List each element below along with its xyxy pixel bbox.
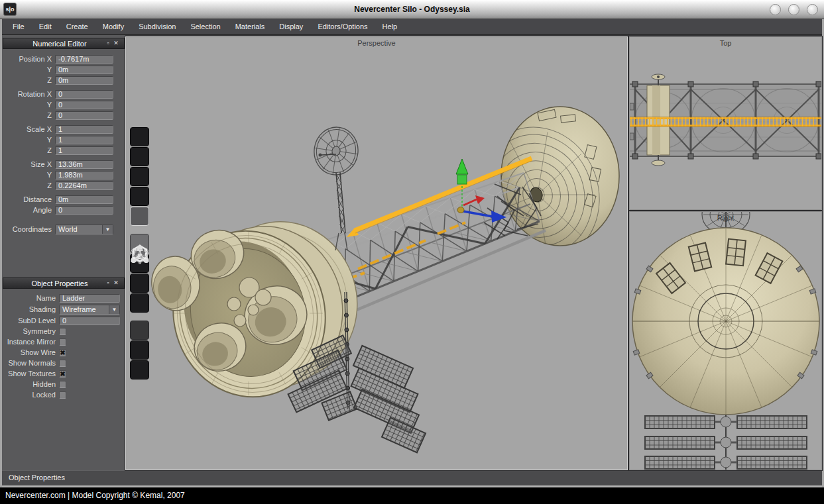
numerical-input-z-11[interactable] bbox=[55, 181, 113, 190]
numerical-editor-title: Numerical Editor bbox=[15, 40, 104, 48]
numerical-row-6: Scale X bbox=[2, 124, 125, 134]
symmetry-checkbox[interactable] bbox=[59, 328, 66, 335]
menu-item-edit[interactable]: Edit bbox=[32, 19, 59, 34]
panel-close-icon[interactable]: ✕ bbox=[112, 38, 120, 48]
window-button-close[interactable] bbox=[807, 4, 818, 15]
lasso-select-icon bbox=[130, 127, 150, 380]
show-normals-checkbox[interactable] bbox=[59, 360, 66, 367]
gizmo-z-axis[interactable] bbox=[463, 211, 493, 217]
window-button-maximize[interactable] bbox=[788, 4, 799, 15]
numerical-input-angle-13[interactable] bbox=[55, 206, 113, 215]
menu-item-materials[interactable]: Materials bbox=[228, 19, 272, 34]
manipulator-gizmo[interactable] bbox=[456, 159, 506, 223]
numerical-input-z-5[interactable] bbox=[55, 111, 113, 120]
numerical-input-rotation-x-3[interactable] bbox=[55, 90, 113, 99]
panel-minimize-icon[interactable]: ▫ bbox=[104, 38, 112, 48]
numerical-input-y-10[interactable] bbox=[55, 171, 113, 179]
numerical-row-0: Position X bbox=[2, 54, 125, 64]
show-textures-label: Show Textures bbox=[2, 370, 59, 378]
show-wire-row: Show Wire✖ bbox=[2, 347, 125, 358]
show-wire-label: Show Wire bbox=[2, 348, 59, 356]
numerical-label-size-x-9: Size X bbox=[2, 160, 55, 168]
right-viewport[interactable]: Right bbox=[629, 211, 822, 470]
command-sphere bbox=[459, 107, 619, 278]
coordinates-row: Coordinates World ▼ bbox=[2, 223, 125, 235]
window-button-minimize[interactable] bbox=[770, 4, 781, 15]
menu-item-selection[interactable]: Selection bbox=[183, 19, 227, 34]
lasso-select-button[interactable] bbox=[130, 360, 149, 379]
object-properties-title: Object Properties bbox=[15, 279, 104, 287]
numerical-row-13: Angle bbox=[2, 205, 125, 215]
panel-close-icon[interactable]: ✕ bbox=[112, 278, 120, 288]
numerical-label-z-8: Z bbox=[2, 146, 55, 154]
show-textures-checkbox[interactable]: ✖ bbox=[59, 370, 66, 378]
numerical-input-y-1[interactable] bbox=[55, 66, 113, 74]
name-row: Name bbox=[2, 293, 125, 303]
panel-minimize-icon[interactable]: ▫ bbox=[104, 278, 112, 288]
viewport-toolbar bbox=[130, 127, 150, 380]
instance-mirror-checkbox[interactable] bbox=[59, 338, 66, 346]
chevron-down-icon[interactable]: ▼ bbox=[102, 225, 113, 234]
numerical-input-y-7[interactable] bbox=[55, 136, 113, 144]
gizmo-y-arrow[interactable] bbox=[456, 159, 468, 174]
gizmo-y-handle[interactable] bbox=[457, 175, 467, 184]
coordinates-dropdown[interactable]: World ▼ bbox=[55, 225, 113, 234]
show-textures-row: Show Textures✖ bbox=[2, 368, 125, 379]
numerical-editor-panel: □ Numerical Editor ▫ ✕ Position XYZRotat… bbox=[2, 38, 125, 235]
numerical-row-10: Y bbox=[2, 170, 125, 180]
show-normals-label: Show Normals bbox=[2, 359, 59, 367]
menu-item-file[interactable]: File bbox=[5, 19, 32, 34]
silo-app-window: s|o Nevercenter Silo - Odyssey.sia FileE… bbox=[0, 0, 824, 504]
viewport-area: Perspective bbox=[125, 35, 822, 470]
shading-row: Shading Wireframe ▼ bbox=[2, 303, 125, 315]
menu-item-modify[interactable]: Modify bbox=[95, 19, 131, 34]
window-controls bbox=[770, 4, 818, 15]
chevron-down-icon[interactable]: ▼ bbox=[109, 305, 119, 314]
menu-item-help[interactable]: Help bbox=[375, 19, 405, 34]
object-properties-panel: □ Object Properties ▫ ✕ Name Shading Wir… bbox=[2, 277, 125, 400]
numerical-input-position-x-0[interactable] bbox=[55, 55, 113, 64]
numerical-row-11: Z bbox=[2, 180, 125, 191]
symmetry-row: Symmetry bbox=[2, 326, 125, 336]
name-label: Name bbox=[2, 294, 59, 302]
right-scene bbox=[630, 212, 821, 470]
subd-level-input[interactable] bbox=[59, 317, 120, 325]
symmetry-label: Symmetry bbox=[2, 327, 59, 335]
locked-checkbox[interactable] bbox=[59, 391, 66, 399]
numerical-label-y-4: Y bbox=[2, 101, 55, 109]
shading-label: Shading bbox=[2, 305, 59, 313]
numerical-label-z-2: Z bbox=[2, 76, 55, 84]
shading-dropdown[interactable]: Wireframe ▼ bbox=[59, 305, 120, 315]
hidden-checkbox[interactable] bbox=[59, 381, 66, 388]
numerical-editor-header[interactable]: □ Numerical Editor ▫ ✕ bbox=[3, 38, 125, 49]
numerical-label-y-7: Y bbox=[2, 136, 55, 144]
numerical-input-z-8[interactable] bbox=[55, 146, 113, 155]
numerical-label-y-1: Y bbox=[2, 66, 55, 74]
object-properties-header[interactable]: □ Object Properties ▫ ✕ bbox=[3, 277, 125, 289]
hidden-label: Hidden bbox=[2, 380, 59, 388]
menu-item-editors-options[interactable]: Editors/Options bbox=[310, 19, 375, 34]
menu-item-display[interactable]: Display bbox=[272, 19, 310, 34]
numerical-input-size-x-9[interactable] bbox=[55, 160, 113, 169]
numerical-input-y-4[interactable] bbox=[55, 101, 113, 109]
numerical-input-z-2[interactable] bbox=[55, 76, 113, 85]
status-bar: Object Properties bbox=[2, 470, 822, 487]
menu-item-create[interactable]: Create bbox=[59, 19, 95, 34]
app-logo-icon: s|o bbox=[3, 3, 17, 16]
perspective-viewport[interactable]: Perspective bbox=[125, 36, 628, 470]
numerical-input-distance-12[interactable] bbox=[55, 195, 113, 204]
numerical-row-12: Distance bbox=[2, 194, 125, 205]
instance-mirror-label: Instance Mirror bbox=[2, 338, 59, 346]
numerical-input-scale-x-6[interactable] bbox=[55, 125, 113, 134]
name-input[interactable] bbox=[59, 294, 120, 303]
numerical-row-9: Size X bbox=[2, 159, 125, 170]
numerical-label-scale-x-6: Scale X bbox=[2, 125, 55, 133]
shading-value: Wireframe bbox=[60, 305, 109, 314]
subd-level-row: SubD Level bbox=[2, 315, 125, 326]
coordinates-value: World bbox=[56, 225, 102, 234]
top-viewport[interactable]: Top bbox=[629, 36, 822, 210]
numerical-label-rotation-x-3: Rotation X bbox=[2, 90, 55, 98]
gizmo-center-handle[interactable] bbox=[457, 207, 464, 213]
show-wire-checkbox[interactable]: ✖ bbox=[59, 349, 66, 356]
menu-item-subdivision[interactable]: Subdivision bbox=[131, 19, 183, 34]
